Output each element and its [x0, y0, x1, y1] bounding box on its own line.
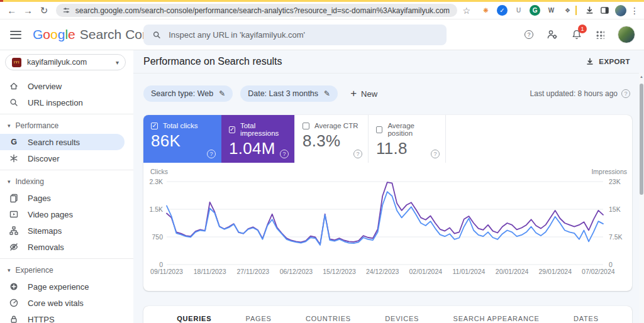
scrollbar-up-arrow[interactable]: ▲	[639, 75, 644, 79]
extension-starburst-icon[interactable]: ❋	[480, 5, 491, 16]
side-panel-button[interactable]	[600, 6, 609, 15]
tab-pages[interactable]: PAGES	[246, 315, 272, 322]
sidebar-item-page-experience[interactable]: Page experience	[0, 278, 133, 295]
metric-label: Average CTR	[314, 122, 358, 129]
metric-label: Average position	[387, 122, 438, 137]
sidebar-item-discover[interactable]: Discover	[0, 150, 133, 167]
chart-area: 2.3K1.5K750023K15K7.5K0ClicksImpressions…	[143, 163, 632, 291]
new-filter-button[interactable]: + New	[350, 87, 377, 100]
browser-profile-avatar[interactable]	[615, 5, 626, 16]
downloads-button[interactable]	[585, 6, 594, 15]
notifications-button[interactable]: 1	[571, 29, 582, 40]
x-tick-label: 09/11/2023	[150, 268, 183, 275]
account-avatar[interactable]	[618, 26, 635, 43]
extension-puzzle-icon[interactable]: ❖	[562, 5, 573, 16]
sidebar: IYI kayifamilyuk.com ▾ OverviewURL inspe…	[0, 50, 133, 323]
group-label: Experience	[16, 266, 53, 275]
group-label: Performance	[16, 121, 59, 130]
extension-u-icon[interactable]: U	[513, 5, 524, 16]
metric-checkbox[interactable]: ✓	[229, 126, 235, 133]
back-button[interactable]: ←	[4, 5, 20, 16]
sidebar-item-pages[interactable]: Pages	[0, 190, 133, 206]
sidebar-item-label: URL inspection	[28, 98, 83, 107]
sidebar-item-label: Sitemaps	[28, 226, 62, 236]
sidebar-group-indexing[interactable]: ▾Indexing	[0, 173, 133, 190]
sidebar-divider	[0, 114, 133, 114]
extension-w-icon[interactable]: W	[546, 5, 557, 16]
sidebar-item-search-results[interactable]: GSearch results	[0, 134, 125, 150]
g-icon: G	[11, 138, 17, 146]
help-icon: ?	[525, 30, 533, 39]
property-selector[interactable]: IYI kayifamilyuk.com ▾	[5, 54, 126, 70]
forward-button[interactable]: →	[20, 5, 36, 16]
right-tick-label: 7.5K	[609, 233, 623, 241]
search-icon	[9, 97, 19, 107]
filter-chip-1[interactable]: Date: Last 3 months✎	[240, 85, 338, 102]
property-favicon: IYI	[12, 58, 21, 67]
help-button[interactable]: ?	[525, 30, 533, 39]
help-icon[interactable]: ?	[431, 150, 440, 158]
page-title: Performance on Search results	[143, 56, 282, 67]
app-header: Google Search Console ? 1	[0, 19, 644, 50]
site-settings-icon[interactable]	[62, 6, 70, 14]
sidebar-divider	[0, 258, 133, 259]
x-tick-label: 27/11/2023	[236, 268, 269, 275]
sidebar-item-core-web-vitals[interactable]: Core web vitals	[0, 295, 133, 311]
metric-card-total-impressions[interactable]: ✓Total impressions1.04M?	[221, 115, 294, 163]
sidebar-group-experience[interactable]: ▾Experience	[0, 262, 133, 278]
metric-card-average-position[interactable]: Average position11.8?	[368, 115, 445, 163]
performance-card: ✓Total clicks86K?✓Total impressions1.04M…	[143, 115, 632, 291]
preferences-button[interactable]	[547, 29, 558, 40]
export-button[interactable]: EXPORT	[586, 57, 630, 66]
sidebar-item-overview[interactable]: Overview	[0, 78, 133, 94]
metric-card-average-ctr[interactable]: Average CTR8.3%?	[294, 115, 368, 163]
help-icon[interactable]: ?	[207, 150, 216, 158]
filter-chip-0[interactable]: Search type: Web✎	[143, 85, 233, 102]
sidebar-item-https[interactable]: HTTPS	[0, 311, 133, 323]
reload-button[interactable]: ↻	[36, 5, 52, 16]
page-scrollbar[interactable]: ▲	[639, 73, 644, 323]
header-actions: ? 1	[525, 19, 635, 50]
main-content: Performance on Search results EXPORT Sea…	[133, 50, 644, 323]
sidebar-item-label: Overview	[28, 82, 62, 91]
bookmark-star-icon[interactable]: ☆	[462, 6, 470, 16]
sidebar-item-sitemaps[interactable]: Sitemaps	[0, 222, 133, 239]
url-inspect-input[interactable]	[169, 30, 438, 40]
search-icon	[152, 30, 161, 40]
sidebar-item-removals[interactable]: Removals	[0, 239, 133, 255]
tab-search-appearance[interactable]: SEARCH APPEARANCE	[453, 315, 540, 322]
extension-grammarly-icon[interactable]: G	[530, 5, 540, 16]
lock-icon	[9, 314, 19, 323]
help-icon[interactable]: ?	[621, 89, 630, 98]
metric-checkbox[interactable]	[376, 126, 382, 133]
dimension-tabs: QUERIESPAGESCOUNTRIESDEVICESSEARCH APPEA…	[143, 306, 632, 323]
filter-chips: Search type: Web✎Date: Last 3 months✎	[143, 85, 338, 102]
browser-menu-button[interactable]: ⋮	[630, 6, 639, 16]
side-panel-icon	[600, 6, 609, 15]
sidebar-group-performance[interactable]: ▾Performance	[0, 118, 133, 134]
url-inspect-search-bar[interactable]	[143, 25, 447, 45]
tab-devices[interactable]: DEVICES	[385, 315, 419, 322]
sidebar-item-video-pages[interactable]: Video pages	[0, 206, 133, 222]
metric-checkbox[interactable]	[303, 123, 309, 129]
help-icon[interactable]: ?	[280, 150, 289, 158]
title-row: Performance on Search results EXPORT	[133, 50, 644, 74]
url-bar[interactable]: search.google.com/search-console/perform…	[56, 4, 458, 17]
scrollbar-thumb[interactable]	[640, 84, 643, 195]
help-icon[interactable]: ?	[353, 150, 362, 158]
tab-dates[interactable]: DATES	[574, 315, 599, 322]
extension-check-icon[interactable]: ✓	[497, 5, 508, 16]
sitemap-icon	[9, 226, 19, 236]
sidebar-item-label: Video pages	[28, 210, 73, 219]
sidebar-item-url-inspection[interactable]: URL inspection	[0, 94, 133, 111]
x-tick-label: 20/01/2024	[496, 268, 529, 275]
hamburger-menu-icon[interactable]	[10, 28, 21, 41]
metric-checkbox[interactable]: ✓	[151, 123, 158, 129]
pages-icon	[9, 193, 19, 203]
metric-value: 11.8	[376, 139, 438, 158]
right-axis-title: Impressions	[591, 168, 627, 175]
tab-queries[interactable]: QUERIES	[177, 315, 211, 322]
tab-countries[interactable]: COUNTRIES	[306, 315, 351, 322]
apps-grid-button[interactable]	[596, 30, 604, 39]
metric-card-total-clicks[interactable]: ✓Total clicks86K?	[143, 115, 221, 163]
